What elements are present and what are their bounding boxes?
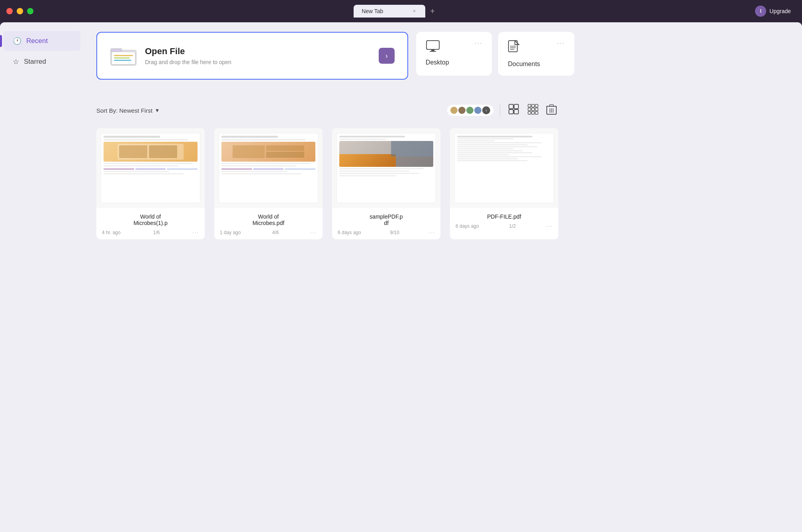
documents-label: Documents bbox=[508, 61, 540, 68]
file-card-1[interactable]: World ofMicrobes.pdf 1 day ago 4/6 ··· bbox=[214, 128, 323, 239]
fullscreen-window-button[interactable] bbox=[27, 8, 33, 14]
sort-bar: Sort By: Newest First ▾ ‹ bbox=[96, 102, 558, 119]
svg-rect-13 bbox=[509, 104, 513, 109]
open-file-arrow-button[interactable]: › bbox=[379, 48, 395, 64]
tab-label: New Tab bbox=[362, 8, 383, 14]
svg-rect-20 bbox=[528, 108, 531, 111]
file-name-3: PDF-FILE.pdf bbox=[456, 213, 553, 220]
svg-rect-3 bbox=[114, 55, 133, 56]
file-grid: World ofMicrobes(1).p 4 hr. ago 1/6 ··· bbox=[96, 128, 558, 239]
color-chips: ‹ bbox=[447, 105, 493, 116]
sidebar-starred-label: Starred bbox=[24, 58, 46, 66]
file-meta-3: 6 days ago 1/2 ··· bbox=[456, 223, 553, 229]
tab-close-button[interactable]: × bbox=[411, 8, 417, 14]
folder-icon bbox=[110, 44, 137, 68]
file-more-2[interactable]: ··· bbox=[428, 229, 435, 235]
tab-bar: New Tab × + bbox=[41, 5, 750, 18]
add-tab-button[interactable]: + bbox=[427, 6, 438, 17]
file-time-1: 1 day ago bbox=[220, 230, 241, 235]
file-info-3: PDF-FILE.pdf 6 days ago 1/2 ··· bbox=[450, 208, 558, 233]
clock-icon: 🕐 bbox=[13, 37, 22, 45]
svg-rect-19 bbox=[535, 104, 538, 107]
open-file-title: Open File bbox=[145, 46, 371, 57]
main-area: 🕐 Recent ☆ Starred bbox=[0, 22, 802, 532]
file-page-1: 4/6 bbox=[272, 230, 279, 235]
documents-card-header: ··· bbox=[508, 40, 565, 56]
file-card-2[interactable]: samplePDF.pdf 6 days ago 9/10 ··· bbox=[332, 128, 440, 239]
color-chip-arrow[interactable]: ‹ bbox=[482, 106, 490, 114]
file-thumb-2 bbox=[332, 128, 440, 208]
color-chip-4[interactable] bbox=[474, 107, 481, 114]
sidebar-item-starred[interactable]: ☆ Starred bbox=[3, 52, 80, 72]
file-meta-2: 6 days ago 9/10 ··· bbox=[338, 229, 435, 235]
file-thumb-3 bbox=[450, 128, 558, 208]
view-controls: ‹ bbox=[447, 102, 558, 119]
delete-button[interactable] bbox=[545, 102, 558, 119]
file-page-3: 1/2 bbox=[509, 223, 516, 229]
file-meta-0: 4 hr. ago 1/6 ··· bbox=[102, 229, 199, 235]
open-file-card[interactable]: Open File Drag and drop the file here to… bbox=[96, 32, 408, 80]
svg-rect-14 bbox=[514, 104, 518, 109]
file-more-0[interactable]: ··· bbox=[192, 229, 199, 235]
sidebar: 🕐 Recent ☆ Starred bbox=[0, 22, 84, 532]
chevron-down-icon: ▾ bbox=[156, 107, 159, 114]
file-info-1: World ofMicrobes.pdf 1 day ago 4/6 ··· bbox=[214, 208, 323, 239]
large-grid-view-button[interactable] bbox=[526, 102, 540, 119]
file-page-0: 1/6 bbox=[153, 230, 160, 235]
arrow-icon: › bbox=[385, 52, 388, 60]
svg-rect-4 bbox=[114, 57, 130, 59]
file-page-2: 9/10 bbox=[390, 230, 399, 235]
documents-quick-card[interactable]: ··· Documents bbox=[498, 32, 574, 76]
svg-rect-5 bbox=[114, 60, 131, 61]
svg-rect-22 bbox=[535, 108, 538, 111]
svg-rect-6 bbox=[426, 41, 439, 49]
titlebar: New Tab × + I Upgrade bbox=[0, 0, 802, 22]
color-chip-1[interactable] bbox=[450, 107, 458, 114]
sidebar-recent-label: Recent bbox=[26, 37, 48, 45]
svg-rect-7 bbox=[431, 49, 434, 51]
content-area: Open File Drag and drop the file here to… bbox=[84, 22, 802, 532]
file-time-2: 6 days ago bbox=[338, 230, 361, 235]
svg-rect-28 bbox=[550, 105, 554, 106]
traffic-lights bbox=[6, 8, 33, 14]
svg-rect-18 bbox=[532, 104, 534, 107]
desktop-label: Desktop bbox=[426, 59, 449, 66]
desktop-card-header: ··· bbox=[426, 40, 483, 54]
file-card-0[interactable]: World ofMicrobes(1).p 4 hr. ago 1/6 ··· bbox=[96, 128, 205, 239]
desktop-more-button[interactable]: ··· bbox=[475, 40, 482, 47]
file-more-1[interactable]: ··· bbox=[310, 229, 317, 235]
upgrade-label: Upgrade bbox=[769, 8, 791, 14]
tab-new[interactable]: New Tab × bbox=[354, 5, 425, 18]
svg-rect-8 bbox=[430, 51, 436, 52]
file-meta-1: 1 day ago 4/6 ··· bbox=[220, 229, 317, 235]
file-thumb-1 bbox=[214, 128, 323, 208]
upgrade-button[interactable]: I Upgrade bbox=[750, 3, 796, 19]
documents-more-button[interactable]: ··· bbox=[557, 40, 565, 47]
desktop-quick-card[interactable]: ··· Desktop bbox=[416, 32, 492, 76]
svg-rect-15 bbox=[509, 110, 513, 114]
file-name-0: World ofMicrobes(1).p bbox=[102, 213, 199, 226]
svg-rect-21 bbox=[532, 108, 534, 111]
file-info-0: World ofMicrobes(1).p 4 hr. ago 1/6 ··· bbox=[96, 208, 205, 239]
star-icon: ☆ bbox=[13, 57, 19, 66]
file-info-2: samplePDF.pdf 6 days ago 9/10 ··· bbox=[332, 208, 440, 239]
svg-rect-17 bbox=[528, 104, 531, 107]
grid-view-button[interactable] bbox=[507, 102, 521, 119]
file-card-3[interactable]: PDF-FILE.pdf 6 days ago 1/2 ··· bbox=[450, 128, 558, 239]
open-file-text: Open File Drag and drop the file here to… bbox=[145, 46, 371, 65]
documents-icon bbox=[508, 40, 520, 56]
minimize-window-button[interactable] bbox=[17, 8, 23, 14]
open-file-subtitle: Drag and drop the file here to open bbox=[145, 59, 371, 65]
file-time-3: 6 days ago bbox=[456, 223, 479, 229]
file-time-0: 4 hr. ago bbox=[102, 230, 121, 235]
color-chip-3[interactable] bbox=[466, 107, 473, 114]
file-thumb-0 bbox=[96, 128, 205, 208]
file-name-1: World ofMicrobes.pdf bbox=[220, 213, 317, 226]
close-window-button[interactable] bbox=[6, 8, 13, 14]
sidebar-item-recent[interactable]: 🕐 Recent bbox=[3, 31, 80, 51]
color-chip-2[interactable] bbox=[458, 107, 466, 114]
file-more-3[interactable]: ··· bbox=[546, 223, 553, 229]
sort-button[interactable]: Sort By: Newest First ▾ bbox=[96, 107, 159, 114]
svg-rect-23 bbox=[528, 111, 531, 114]
svg-rect-25 bbox=[535, 111, 538, 114]
